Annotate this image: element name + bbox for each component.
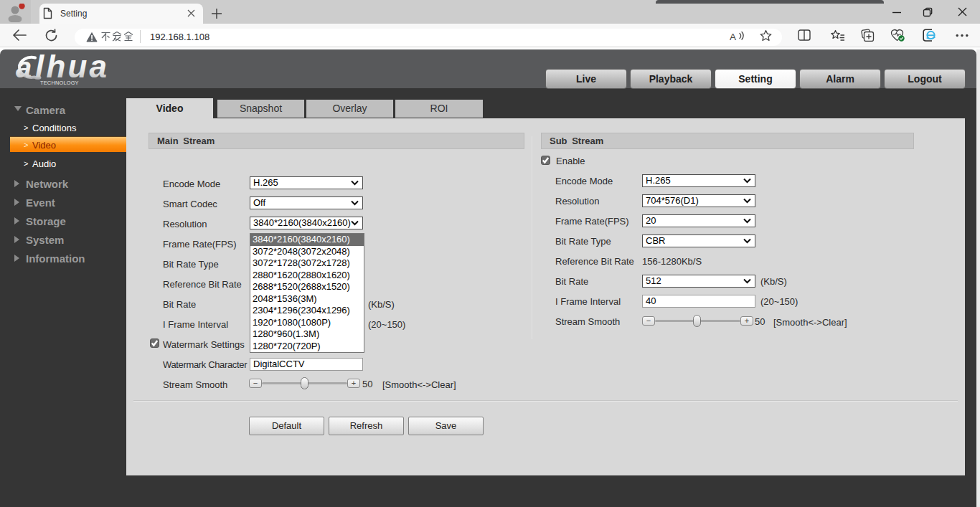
svg-text:a: a — [16, 52, 32, 83]
svg-text:lhua: lhua — [35, 50, 109, 84]
svg-text:TECHNOLOGY: TECHNOLOGY — [40, 80, 79, 86]
svg-text:A: A — [730, 32, 736, 42]
